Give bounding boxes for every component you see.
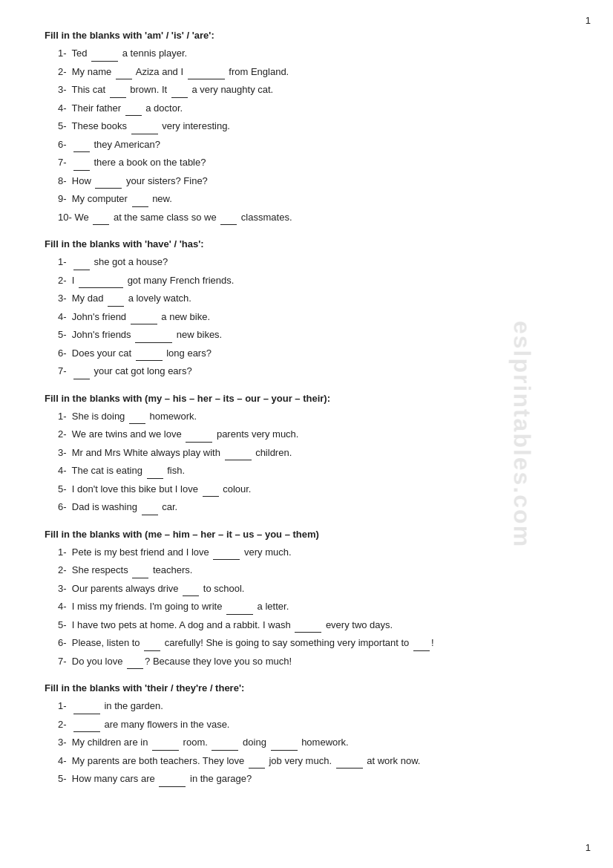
blank xyxy=(125,101,142,117)
blank xyxy=(203,482,219,497)
blank xyxy=(226,599,253,615)
blank xyxy=(171,82,188,98)
section-have-has: Fill in the blanks with 'have' / 'has': … xyxy=(45,238,568,379)
section-am-is-are: Fill in the blanks with 'am' / 'is' / 'a… xyxy=(45,30,568,225)
blank xyxy=(159,771,186,787)
blank xyxy=(212,735,238,751)
blank xyxy=(131,310,157,325)
blank xyxy=(249,754,265,769)
list-item: 1- Ted a tennis player. xyxy=(58,46,568,62)
section-title-2: Fill in the blanks with 'have' / 'has': xyxy=(45,238,568,249)
blank xyxy=(271,735,298,751)
blank xyxy=(225,446,252,461)
list-item: 6- Does your cat long ears? xyxy=(58,346,568,362)
list-item: 10- We at the same class so we classmate… xyxy=(58,210,568,226)
blank xyxy=(73,255,90,270)
list-item: 5- I don't love this bike but I love col… xyxy=(58,482,568,497)
list-item: 2- My name Aziza and I from England. xyxy=(58,65,568,80)
blank xyxy=(135,327,172,343)
list-item: 2- I got many French friends. xyxy=(58,273,568,289)
page-number-bottom: 1 xyxy=(586,842,591,853)
blank xyxy=(186,427,212,443)
section-title-3: Fill in the blanks with (my – his – her … xyxy=(45,393,568,404)
blank xyxy=(136,346,163,362)
list-item: 5- John's friends new bikes. xyxy=(58,327,568,343)
blank xyxy=(295,618,321,633)
blank xyxy=(108,291,124,307)
list-item: 6- they American? xyxy=(58,137,568,153)
blank xyxy=(73,717,100,733)
list-item: 4- The cat is eating fish. xyxy=(58,463,568,479)
list-item: 7- your cat got long ears? xyxy=(58,364,568,379)
blank xyxy=(116,65,132,80)
blank xyxy=(129,409,145,425)
blank xyxy=(95,174,122,189)
blank xyxy=(132,563,148,578)
list-item: 3- My dad a lovely watch. xyxy=(58,291,568,307)
list-item: 1- she got a house? xyxy=(58,255,568,270)
list-item: 1- She is doing homework. xyxy=(58,409,568,425)
section-title-5: Fill in the blanks with 'their / they're… xyxy=(45,682,568,694)
list-item: 4- Their father a doctor. xyxy=(58,101,568,117)
blank xyxy=(73,699,100,714)
list-item: 2- She respects teachers. xyxy=(58,563,568,578)
blank xyxy=(213,545,240,561)
blank xyxy=(127,654,143,670)
section-title-4: Fill in the blanks with (me – him – her … xyxy=(45,529,568,540)
list-item: 3- Our parents always drive to school. xyxy=(58,581,568,597)
list-item: 8- How your sisters? Fine? xyxy=(58,174,568,189)
list-item: 4- My parents are both teachers. They lo… xyxy=(58,754,568,769)
blank xyxy=(73,137,90,153)
section-title-1: Fill in the blanks with 'am' / 'is' / 'a… xyxy=(45,30,568,41)
blank xyxy=(147,463,163,479)
list-item: 6- Dad is washing car. xyxy=(58,500,568,515)
section-object-pronouns: Fill in the blanks with (me – him – her … xyxy=(45,529,568,670)
list-item: 6- Please, listen to carefully! She is g… xyxy=(58,636,568,651)
blank xyxy=(110,82,126,98)
list-item: 7- there a book on the table? xyxy=(58,155,568,171)
section-their-theyre-there: Fill in the blanks with 'their / they're… xyxy=(45,682,568,787)
list-item: 1- in the garden. xyxy=(58,699,568,714)
blank xyxy=(131,119,158,134)
blank xyxy=(220,210,237,226)
blank xyxy=(91,46,118,62)
list-item: 5- How many cars are in the garage? xyxy=(58,771,568,787)
list-item: 9- My computer new. xyxy=(58,192,568,207)
list-item: 3- Mr and Mrs White always play with chi… xyxy=(58,446,568,461)
blank xyxy=(132,192,148,207)
blank xyxy=(144,636,160,651)
blank xyxy=(188,65,225,80)
blank xyxy=(73,364,90,379)
blank xyxy=(183,581,199,597)
blank xyxy=(73,155,90,171)
blank xyxy=(93,210,109,226)
blank xyxy=(152,735,179,751)
list-item: 4- John's friend a new bike. xyxy=(58,310,568,325)
page-number-top: 1 xyxy=(586,15,591,26)
list-item: 7- Do you love ? Because they love you s… xyxy=(58,654,568,670)
list-item: 3- This cat brown. It a very naughty cat… xyxy=(58,82,568,98)
blank xyxy=(413,636,430,651)
list-item: 2- are many flowers in the vase. xyxy=(58,717,568,733)
list-item: 5- I have two pets at home. A dog and a … xyxy=(58,618,568,633)
list-item: 2- We are twins and we love parents very… xyxy=(58,427,568,443)
blank xyxy=(336,754,363,769)
section-possessives: Fill in the blanks with (my – his – her … xyxy=(45,393,568,515)
list-item: 3- My children are in room. doing homewo… xyxy=(58,735,568,751)
list-item: 1- Pete is my best friend and I love ver… xyxy=(58,545,568,561)
blank xyxy=(79,273,123,289)
list-item: 5- These books very interesting. xyxy=(58,119,568,134)
list-item: 4- I miss my friends. I'm going to write… xyxy=(58,599,568,615)
blank xyxy=(142,500,158,515)
